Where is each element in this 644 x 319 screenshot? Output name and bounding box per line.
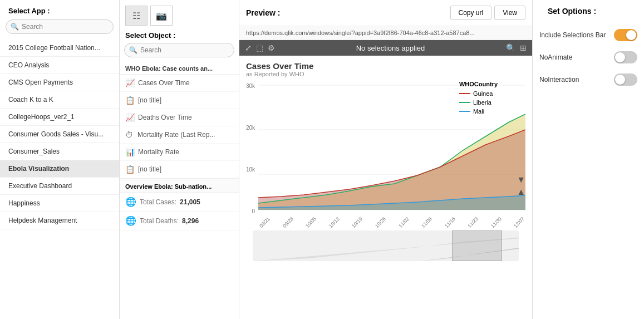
app-item[interactable]: CollegeHoops_ver2_1 (0, 109, 119, 126)
mini-thumb[interactable] (452, 230, 502, 261)
preview-btn-group: Copy url View (450, 6, 525, 20)
option-toggle-1[interactable] (614, 51, 637, 63)
kpi-icon-0: 🌐 (125, 197, 136, 207)
object-search-box: 🔍 (124, 43, 234, 57)
app-item[interactable]: CMS Open Payments (0, 74, 119, 91)
selection-right-icons: 🔍 ⊞ (506, 43, 527, 52)
object-item-4[interactable]: 📊Mortality Rate (120, 144, 239, 161)
object-icon-1: 📋 (125, 96, 135, 105)
object-item-1[interactable]: 📋[no title] (120, 92, 239, 109)
chart-title: Cases Over Time (246, 61, 525, 71)
search-bar-icon[interactable]: 🔍 (506, 43, 515, 52)
kpi-value-0: 21,005 (180, 198, 200, 206)
app-item[interactable]: Consumer Goods Sales - Visu... (0, 126, 119, 143)
object-item-5[interactable]: 📋[no title] (120, 161, 239, 178)
selection-text: No selections applied (356, 44, 425, 52)
app-item[interactable]: Helpdesk Management (0, 212, 119, 229)
options-list: Include Selections BarNoAnimateNoInterac… (539, 29, 637, 86)
option-label-2: NoInteraction (539, 76, 579, 84)
arrow-up-button[interactable]: ▲ (517, 187, 525, 197)
app-list: 2015 College Football Nation...CEO Analy… (0, 40, 119, 312)
grid-icon[interactable]: ⊞ (520, 43, 527, 52)
object-icon-2: 📈 (125, 113, 135, 122)
legend-title: WHOCountry (459, 81, 498, 87)
app-item[interactable]: Ebola Visualization (0, 160, 119, 178)
select-icon[interactable]: ⬚ (256, 43, 263, 52)
legend-guinea: Guinea (459, 90, 498, 97)
object-label-3: Mortality Rate (Last Rep... (137, 131, 215, 139)
option-label-1: NoAnimate (539, 53, 572, 61)
kpi-icon-1: 🌐 (125, 215, 136, 226)
object-icon-4: 📊 (125, 148, 135, 156)
tab-screenshot[interactable]: 📷 (150, 6, 173, 26)
arrow-down-button[interactable]: ▼ (517, 175, 525, 185)
kpi-label-0: Total Cases: (140, 198, 176, 206)
object-label-4: Mortality Rate (138, 148, 179, 156)
option-row-1: NoAnimate (539, 51, 637, 63)
kpi-value-1: 8,296 (182, 217, 199, 225)
url-bar[interactable]: https://demos.qlik.com/windows/single/?a… (239, 26, 532, 40)
chart-container: 09/21 09/28 10/05 10/12 10/19 10/26 11/0… (258, 81, 525, 230)
mali-line-icon (459, 111, 470, 112)
legend-liberia: Liberia (459, 99, 498, 106)
x-axis-labels: 09/21 09/28 10/05 10/12 10/19 10/26 11/0… (258, 217, 525, 230)
app-item[interactable]: CEO Analysis (0, 57, 119, 74)
object-icon-3: ⏱ (125, 130, 134, 139)
app-item[interactable]: Happiness (0, 195, 119, 212)
guinea-line-icon (459, 93, 470, 94)
mid-panel-title: Select Object : (120, 31, 239, 43)
preview-header: Preview : Copy url View (239, 0, 532, 26)
tab-chart[interactable]: ☷ (125, 6, 148, 26)
search-icon: 🔍 (11, 23, 19, 31)
expand-icon[interactable]: ⤢ (245, 43, 252, 52)
left-panel: Select App : 🔍 2015 College Football Nat… (0, 0, 120, 319)
section-header-overview: Overview Ebola: Sub-nation... (120, 178, 239, 193)
left-panel-title: Select App : (0, 7, 119, 19)
preview-panel: Preview : Copy url View https://demos.ql… (239, 0, 533, 319)
app-search-box: 🔍 (6, 19, 114, 34)
kpi-item-1: 🌐Total Deaths: 8,296 (120, 212, 239, 230)
option-toggle-2[interactable] (614, 73, 637, 86)
object-tabs: ☷ 📷 (120, 6, 239, 26)
app-search-input[interactable] (6, 19, 114, 34)
object-search-input[interactable] (124, 43, 234, 57)
kpi-label-1: Total Deaths: (140, 217, 179, 225)
object-label-1: [no title] (138, 96, 161, 104)
option-label-0: Include Selections Bar (539, 31, 606, 39)
object-list: WHO Ebola: Case counts an...📈Cases Over … (120, 62, 239, 313)
app-item[interactable]: 2015 College Football Nation... (0, 40, 119, 57)
settings-icon[interactable]: ⚙ (268, 43, 275, 52)
object-label-0: Cases Over Time (138, 79, 190, 87)
copy-url-button[interactable]: Copy url (450, 6, 492, 20)
object-item-3[interactable]: ⏱Mortality Rate (Last Rep... (120, 126, 239, 144)
kpi-item-0: 🌐Total Cases: 21,005 (120, 193, 239, 212)
chart-subtitle: as Reported by WHO (246, 71, 525, 77)
object-item-2[interactable]: 📈Deaths Over Time (120, 109, 239, 126)
mid-panel: ☷ 📷 Select Object : 🔍 WHO Ebola: Case co… (120, 0, 239, 319)
right-panel-title: Set Options : (539, 7, 637, 20)
section-header-who: WHO Ebola: Case counts an... (120, 62, 239, 75)
app-item[interactable]: Coach K to a K (0, 91, 119, 109)
mini-chart (253, 230, 519, 261)
app-item[interactable]: Consumer_Sales (0, 143, 119, 160)
legend-mali: Mali (459, 108, 498, 115)
object-label-2: Deaths Over Time (138, 114, 192, 121)
object-search-icon: 🔍 (129, 46, 137, 54)
app-item[interactable]: Executive Dashboard (0, 178, 119, 195)
selection-bar: ⤢ ⬚ ⚙ No selections applied 🔍 ⊞ (239, 40, 532, 56)
y-axis-labels: 30k 20k 10k 0 (246, 81, 258, 214)
object-icon-5: 📋 (125, 165, 135, 174)
chart-area: Cases Over Time as Reported by WHO 30k 2… (239, 56, 532, 319)
view-button[interactable]: View (494, 6, 525, 20)
option-row-0: Include Selections Bar (539, 29, 637, 41)
chart-legend: WHOCountry Guinea Liberia Mali (459, 81, 498, 115)
object-label-5: [no title] (138, 165, 161, 173)
nav-arrows: ▼ ▲ (517, 175, 525, 197)
selection-bar-icons: ⤢ ⬚ ⚙ (245, 43, 275, 52)
object-icon-0: 📈 (125, 78, 135, 87)
liberia-line-icon (459, 102, 470, 103)
right-panel: Set Options : Include Selections BarNoAn… (533, 0, 644, 319)
preview-title: Preview : (246, 8, 280, 17)
option-toggle-0[interactable] (614, 29, 637, 41)
object-item-0[interactable]: 📈Cases Over Time (120, 75, 239, 92)
